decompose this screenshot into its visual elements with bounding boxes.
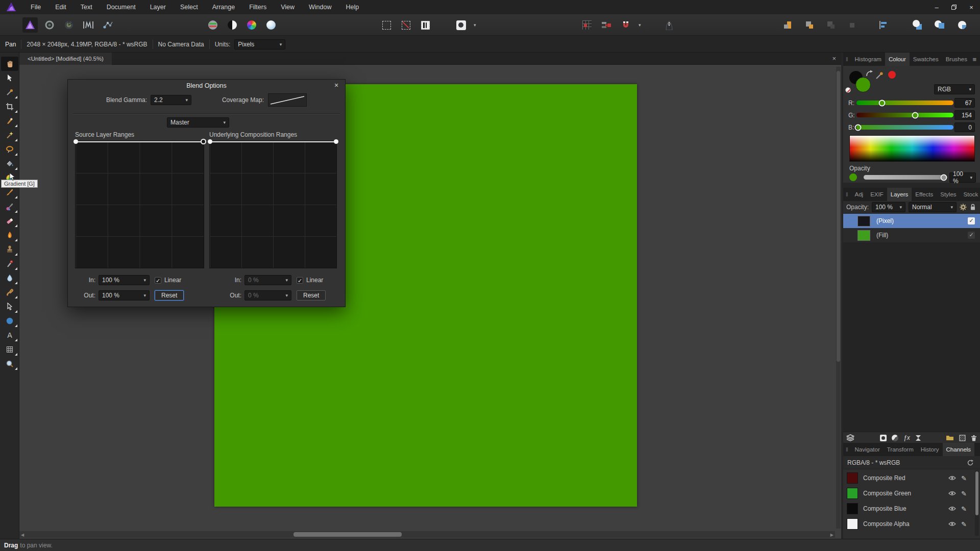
develop-persona-icon[interactable] — [61, 17, 77, 33]
coverage-map-curve[interactable] — [268, 93, 307, 107]
underlying-linear-option[interactable]: ✓ Linear — [297, 277, 323, 284]
tab-swatches[interactable]: Swatches — [910, 53, 942, 66]
panel-grip-icon[interactable]: ‖ — [846, 191, 848, 197]
underlying-in-dropdown[interactable]: 0 %▾ — [244, 275, 291, 285]
layer-thumbnail[interactable] — [857, 230, 870, 241]
primary-colour-well[interactable] — [855, 77, 871, 92]
delete-layer-trash-icon[interactable] — [971, 435, 977, 441]
tool-freehand-selection[interactable] — [1, 142, 18, 157]
red-slider-handle[interactable] — [878, 99, 885, 106]
tool-blur-brush[interactable] — [1, 271, 18, 285]
underlying-handle-right[interactable] — [334, 139, 338, 144]
tool-burn-brush[interactable] — [1, 228, 18, 242]
underlying-handle-left[interactable] — [208, 139, 212, 144]
underlying-ranges-graph[interactable] — [209, 141, 337, 268]
tool-view[interactable] — [1, 57, 18, 71]
menu-window[interactable]: Window — [302, 0, 338, 14]
layer-opacity-dropdown[interactable]: 100 %▾ — [872, 202, 905, 212]
opacity-slider-handle[interactable] — [941, 174, 947, 181]
snapping-icon[interactable] — [599, 17, 614, 33]
auto-white-balance-icon[interactable] — [263, 17, 279, 33]
restore-button[interactable] — [945, 0, 963, 14]
source-linear-checkbox[interactable]: ✓ — [155, 277, 161, 284]
blue-value[interactable]: 0 — [954, 122, 975, 132]
channels-scrollbar[interactable] — [975, 470, 979, 536]
menu-filters[interactable]: Filters — [242, 0, 274, 14]
green-slider-handle[interactable] — [912, 112, 918, 118]
tool-colour-picker[interactable] — [1, 85, 18, 99]
source-reset-button[interactable]: Reset — [155, 290, 184, 300]
colour-picker-icon[interactable] — [875, 71, 884, 80]
picked-colour-dot[interactable] — [888, 71, 896, 79]
tool-zoom[interactable] — [1, 357, 18, 371]
boolean-add-icon[interactable] — [910, 17, 925, 33]
tone-mapping-persona-icon[interactable] — [81, 17, 96, 33]
underlying-linear-checkbox[interactable]: ✓ — [297, 277, 303, 284]
underlying-out-dropdown[interactable]: 0 %▾ — [244, 290, 291, 300]
tab-history[interactable]: History — [917, 443, 943, 456]
menu-file[interactable]: File — [23, 0, 48, 14]
scroll-left-icon[interactable]: ◀ — [21, 533, 24, 537]
opacity-dropdown[interactable]: 100 % ▾ — [949, 172, 976, 183]
tool-shape[interactable] — [1, 314, 18, 328]
move-backward-icon[interactable] — [823, 17, 838, 33]
tool-colour-replacement-brush[interactable] — [1, 199, 18, 214]
source-out-dropdown[interactable]: 100 %▾ — [99, 290, 150, 300]
green-value[interactable]: 154 — [954, 110, 975, 120]
magnet-icon[interactable] — [618, 17, 633, 33]
visibility-eye-icon[interactable] — [948, 506, 956, 511]
horizontal-scrollbar-thumb[interactable] — [293, 532, 402, 537]
move-to-front-icon[interactable] — [780, 17, 795, 33]
tab-histogram[interactable]: Histogram — [851, 53, 885, 66]
panel-menu-icon[interactable]: ≡ — [972, 56, 976, 63]
alignment-icon[interactable] — [876, 17, 891, 33]
quick-mask-caret-icon[interactable]: ▾ — [474, 22, 476, 28]
export-persona-icon[interactable] — [100, 17, 115, 33]
menu-layer[interactable]: Layer — [143, 0, 173, 14]
liquify-persona-icon[interactable] — [42, 17, 57, 33]
snapping-caret-icon[interactable]: ▾ — [639, 22, 641, 28]
menu-edit[interactable]: Edit — [48, 0, 74, 14]
layer-visibility-checkbox[interactable]: ✓ — [968, 232, 975, 239]
tool-flood-select[interactable] — [1, 128, 18, 142]
source-in-dropdown[interactable]: 100 %▾ — [99, 275, 150, 285]
layers-list-icon[interactable] — [846, 434, 854, 441]
document-tab[interactable]: <Untitled> [Modified] (40.5%) — [19, 53, 112, 65]
tool-move[interactable] — [1, 71, 18, 85]
channel-row-red[interactable]: Composite Red ✎ — [843, 470, 980, 486]
blend-options-gear-icon[interactable] — [960, 204, 967, 211]
tab-exif[interactable]: EXIF — [867, 188, 887, 201]
units-dropdown[interactable]: Pixels ▾ — [234, 39, 285, 49]
horizontal-scrollbar[interactable]: ◀ ▶ — [19, 531, 835, 538]
boolean-divide-icon[interactable] — [954, 17, 970, 33]
layer-row-fill[interactable]: (Fill) ✓ — [843, 228, 980, 242]
tab-adj[interactable]: Adj — [851, 188, 867, 201]
tab-layers[interactable]: Layers — [887, 188, 912, 201]
scroll-right-icon[interactable]: ▶ — [830, 533, 834, 537]
tab-close-icon[interactable]: × — [832, 55, 836, 62]
tab-channels[interactable]: Channels — [943, 443, 975, 456]
tool-crop[interactable] — [1, 99, 18, 114]
reset-channels-icon[interactable] — [967, 459, 974, 466]
auto-colour-icon[interactable] — [244, 17, 259, 33]
add-adjustment-icon[interactable] — [892, 435, 898, 441]
new-selection-icon[interactable] — [379, 17, 394, 33]
edit-pencil-icon[interactable]: ✎ — [961, 490, 967, 497]
green-slider[interactable] — [856, 113, 953, 117]
red-value[interactable]: 67 — [954, 98, 975, 108]
tab-brushes[interactable]: Brushes — [942, 53, 971, 66]
tool-mesh-warp[interactable] — [1, 342, 18, 357]
menu-document[interactable]: Document — [100, 0, 143, 14]
visibility-eye-icon[interactable] — [948, 491, 956, 496]
auto-levels-icon[interactable] — [205, 17, 220, 33]
no-fill-icon[interactable] — [845, 87, 851, 93]
red-slider[interactable] — [856, 101, 953, 105]
move-to-back-icon[interactable] — [844, 17, 860, 33]
layer-visibility-checkbox[interactable]: ✓ — [968, 217, 975, 224]
tab-transform[interactable]: Transform — [884, 443, 917, 456]
source-ranges-graph[interactable] — [75, 141, 204, 268]
edit-pencil-icon[interactable]: ✎ — [961, 474, 967, 482]
source-linear-option[interactable]: ✓ Linear — [155, 277, 181, 284]
blue-slider[interactable] — [856, 125, 953, 130]
source-handle-left[interactable] — [74, 139, 78, 144]
